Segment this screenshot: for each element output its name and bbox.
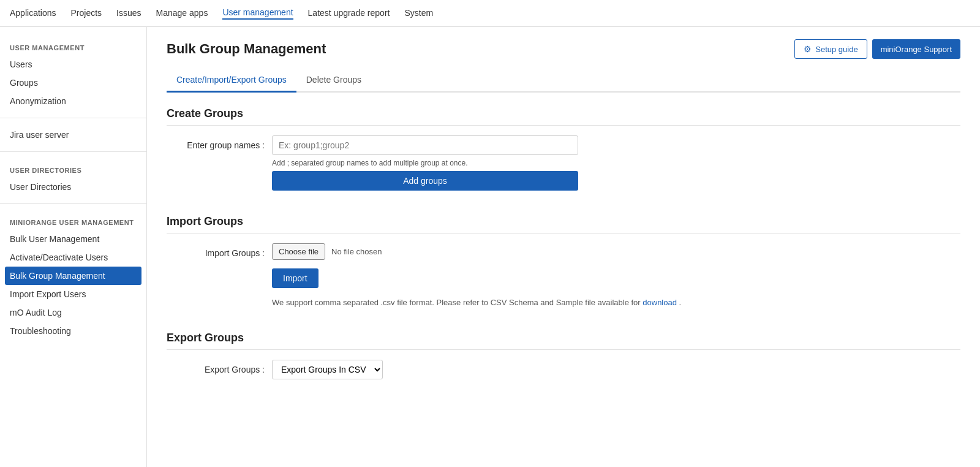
csv-info-before: We support comma separated .csv file for… [272,298,641,307]
nav-system[interactable]: System [404,8,433,19]
no-file-text: No file chosen [331,247,382,256]
import-groups-form-row: Import Groups : Choose file No file chos… [167,243,960,288]
gear-icon: ⚙ [804,44,812,54]
file-input-area: Choose file No file chosen [272,243,382,260]
csv-info: We support comma separated .csv file for… [272,298,960,307]
miniorange-section-label: MINIORANGE USER MANAGEMENT [0,211,146,230]
nav-applications[interactable]: Applications [10,8,56,19]
top-nav: Applications Projects Issues Manage apps… [0,0,980,27]
export-groups-select[interactable]: Export Groups In CSV [272,360,383,379]
tab-create-import-export[interactable]: Create/Import/Export Groups [167,69,296,93]
create-groups-controls: Add ; separated group names to add multi… [272,135,578,191]
sidebar-item-import-export[interactable]: Import Export Users [0,285,146,303]
nav-latest-upgrade-report[interactable]: Latest upgrade report [308,8,390,19]
nav-issues[interactable]: Issues [116,8,141,19]
sidebar-item-groups[interactable]: Groups [0,74,146,92]
import-groups-controls: Choose file No file chosen Import [272,243,382,288]
main-content: Bulk Group Management ⚙ Setup guide mini… [147,27,980,467]
tab-delete-groups[interactable]: Delete Groups [296,69,371,93]
import-groups-title: Import Groups [167,215,960,234]
sidebar-item-troubleshooting[interactable]: Troubleshooting [0,322,146,340]
csv-download-link[interactable]: download [643,298,677,307]
sidebar-divider-3 [0,203,146,204]
user-directories-section-label: USER DIRECTORIES [0,159,146,178]
sidebar-item-anonymization[interactable]: Anonymization [0,92,146,110]
nav-manage-apps[interactable]: Manage apps [156,8,208,19]
user-management-section-label: USER MANAGEMENT [0,37,146,55]
miniorange-support-button[interactable]: miniOrange Support [872,39,960,59]
enter-group-names-label: Enter group names : [167,135,265,150]
sidebar-divider-2 [0,151,146,152]
group-names-input[interactable] [272,135,578,155]
nav-user-management[interactable]: User management [222,7,293,20]
csv-info-after: . [679,298,682,307]
layout: USER MANAGEMENT Users Groups Anonymizati… [0,27,980,467]
sidebar-item-bulk-group[interactable]: Bulk Group Management [5,267,141,285]
add-groups-button[interactable]: Add groups [272,171,578,191]
page-title: Bulk Group Management [167,41,326,57]
sidebar-item-activate-deactivate[interactable]: Activate/Deactivate Users [0,248,146,267]
choose-file-button[interactable]: Choose file [272,243,325,260]
nav-projects[interactable]: Projects [71,8,102,19]
sidebar: USER MANAGEMENT Users Groups Anonymizati… [0,27,147,467]
export-groups-section: Export Groups Export Groups : Export Gro… [167,332,960,379]
sidebar-item-bulk-user[interactable]: Bulk User Management [0,230,146,248]
create-groups-form-row: Enter group names : Add ; separated grou… [167,135,960,191]
import-groups-label: Import Groups : [167,243,265,258]
tabs: Create/Import/Export Groups Delete Group… [167,69,960,93]
create-groups-section: Create Groups Enter group names : Add ; … [167,107,960,191]
sidebar-item-jira-user-server[interactable]: Jira user server [0,126,146,144]
export-groups-label: Export Groups : [167,360,265,374]
export-groups-title: Export Groups [167,332,960,350]
sidebar-divider-1 [0,118,146,118]
sidebar-item-users[interactable]: Users [0,55,146,74]
import-button[interactable]: Import [272,268,318,288]
page-header: Bulk Group Management ⚙ Setup guide mini… [167,39,960,59]
setup-guide-button[interactable]: ⚙ Setup guide [794,39,867,59]
sidebar-item-audit-log[interactable]: mO Audit Log [0,303,146,322]
setup-guide-label: Setup guide [815,45,858,54]
create-groups-title: Create Groups [167,107,960,126]
export-groups-form-row: Export Groups : Export Groups In CSV [167,360,960,379]
sidebar-item-user-directories[interactable]: User Directories [0,178,146,196]
group-names-hint: Add ; separated group names to add multi… [272,159,578,167]
header-buttons: ⚙ Setup guide miniOrange Support [794,39,960,59]
import-groups-section: Import Groups Import Groups : Choose fil… [167,215,960,307]
